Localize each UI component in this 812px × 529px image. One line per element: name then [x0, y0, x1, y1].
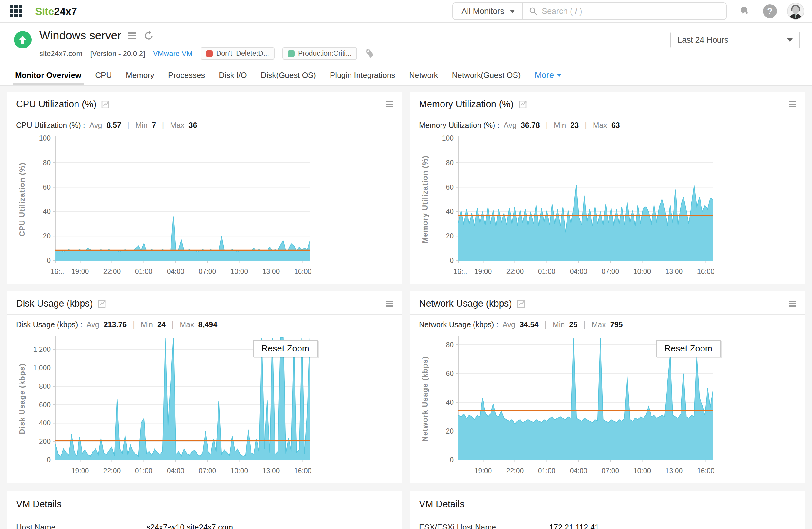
svg-text:16:00: 16:00	[697, 467, 715, 475]
cpu-chart[interactable]: 02040608010016:..19:0022:0001:0004:0007:…	[12, 133, 321, 279]
svg-text:CPU Utilization (%): CPU Utilization (%)	[18, 162, 26, 237]
svg-text:16:..: 16:..	[453, 267, 467, 275]
monitor-tabs: Monitor Overview CPU Memory Processes Di…	[12, 70, 800, 86]
refresh-icon[interactable]	[143, 30, 155, 42]
vm-detail-label: Host Name	[16, 523, 146, 529]
chevron-down-icon	[787, 39, 793, 42]
vmware-vm-link[interactable]: VMware VM	[153, 49, 193, 58]
svg-text:07:00: 07:00	[602, 267, 619, 275]
svg-text:0: 0	[450, 256, 453, 265]
expand-chart-icon[interactable]	[518, 100, 527, 109]
svg-text:Disk Usage (kbps): Disk Usage (kbps)	[18, 363, 26, 434]
monitor-version: [Version - 20.0.2]	[90, 49, 145, 58]
panel-vm-details-left: VM Details Host Name s24x7-w10.site24x7.…	[7, 490, 402, 529]
svg-text:600: 600	[39, 401, 50, 409]
svg-text:100: 100	[442, 134, 453, 142]
svg-text:0: 0	[47, 456, 50, 464]
chevron-down-icon	[557, 74, 562, 77]
tab-processes[interactable]: Processes	[168, 71, 205, 86]
svg-text:40: 40	[446, 398, 453, 406]
vm-details-title: VM Details	[410, 491, 805, 516]
notifications-bell-icon[interactable]	[738, 4, 751, 18]
chevron-down-icon	[510, 10, 515, 13]
time-range-dropdown[interactable]: Last 24 Hours	[670, 31, 800, 48]
tab-network[interactable]: Network	[409, 71, 438, 86]
svg-text:10:00: 10:00	[634, 267, 651, 275]
svg-text:Network Usage (kbps): Network Usage (kbps)	[421, 356, 429, 441]
tags-icon[interactable]	[365, 48, 375, 59]
top-bar: Site24x7 All Monitors ?	[0, 0, 812, 23]
chart-stats: Disk Usage (kbps) : Avg213.76 | Min24 | …	[7, 315, 402, 331]
svg-text:22:00: 22:00	[506, 267, 524, 275]
svg-text:07:00: 07:00	[199, 267, 216, 275]
tab-cpu[interactable]: CPU	[95, 71, 112, 86]
panel-title: CPU Utilization (%)	[16, 99, 110, 110]
svg-text:07:00: 07:00	[602, 467, 619, 475]
svg-text:19:00: 19:00	[475, 267, 492, 275]
svg-text:80: 80	[43, 159, 50, 167]
disk-chart[interactable]: 02004006008001,0001,20019:0022:0001:0004…	[12, 333, 321, 479]
user-avatar[interactable]	[787, 3, 804, 20]
svg-text:Memory Utilization (%): Memory Utilization (%)	[421, 156, 429, 243]
vm-detail-label: ESX/ESXi Host Name	[419, 523, 549, 529]
monitor-title-section: Windows server site24x7.com [Version - 2…	[0, 23, 812, 86]
svg-text:80: 80	[446, 341, 453, 349]
svg-text:19:00: 19:00	[72, 267, 89, 275]
tab-monitor-overview[interactable]: Monitor Overview	[15, 71, 81, 86]
chart-stats: Network Usage (kbps) : Avg34.54 | Min25 …	[410, 315, 805, 331]
svg-text:13:00: 13:00	[665, 467, 683, 475]
svg-text:0: 0	[47, 256, 50, 265]
chart-menu-icon[interactable]	[789, 299, 796, 308]
monitor-scope-dropdown[interactable]: All Monitors	[453, 7, 522, 16]
search-input[interactable]	[542, 7, 720, 16]
reset-zoom-button[interactable]: Reset Zoom	[253, 340, 318, 357]
svg-text:60: 60	[446, 370, 453, 378]
svg-text:40: 40	[446, 207, 453, 216]
tab-disk-io[interactable]: Disk I/O	[219, 71, 247, 86]
tab-plugin-integrations[interactable]: Plugin Integrations	[330, 71, 395, 86]
panel-vm-details-right: VM Details ESX/ESXi Host Name 172.21.112…	[410, 490, 805, 529]
expand-chart-icon[interactable]	[98, 299, 107, 308]
svg-text:22:00: 22:00	[506, 467, 524, 475]
svg-text:04:00: 04:00	[570, 267, 588, 275]
app-launcher-icon[interactable]	[10, 4, 23, 18]
panel-disk-usage: Disk Usage (kbps) Disk Usage (kbps) : Av…	[7, 291, 402, 483]
network-chart[interactable]: 02040608019:0022:0001:0004:0007:0010:001…	[416, 333, 724, 479]
tab-disk-guest-os[interactable]: Disk(Guest OS)	[261, 71, 316, 86]
svg-text:04:00: 04:00	[167, 467, 185, 475]
chart-menu-icon[interactable]	[789, 100, 796, 108]
tag-dont-delete[interactable]: Don't_Delete:D...	[201, 47, 275, 60]
svg-text:16:00: 16:00	[294, 467, 312, 475]
svg-text:16:00: 16:00	[294, 267, 312, 275]
svg-text:01:00: 01:00	[538, 267, 556, 275]
svg-text:13:00: 13:00	[262, 467, 280, 475]
panel-network-usage: Network Usage (kbps) Network Usage (kbps…	[410, 291, 805, 483]
chart-menu-icon[interactable]	[386, 100, 393, 108]
reset-zoom-button[interactable]: Reset Zoom	[656, 340, 721, 357]
vm-detail-value: s24x7-w10.site24x7.com	[146, 523, 233, 529]
svg-text:0: 0	[450, 456, 453, 464]
tag-production[interactable]: Production:Criti...	[282, 47, 357, 60]
panel-title: Disk Usage (kbps)	[16, 298, 107, 309]
global-search-bar: All Monitors	[452, 2, 727, 20]
tab-network-guest-os[interactable]: Network(Guest OS)	[452, 71, 521, 86]
page-title: Windows server	[39, 29, 121, 42]
chart-menu-icon[interactable]	[386, 299, 393, 308]
tab-more[interactable]: More	[535, 70, 562, 86]
svg-text:22:00: 22:00	[103, 467, 121, 475]
help-icon[interactable]: ?	[763, 4, 777, 18]
svg-text:04:00: 04:00	[167, 267, 185, 275]
expand-chart-icon[interactable]	[517, 299, 526, 308]
svg-text:19:00: 19:00	[72, 467, 89, 475]
svg-text:13:00: 13:00	[262, 267, 280, 275]
tag-label: Production:Criti...	[298, 49, 351, 58]
panel-memory-utilization: Memory Utilization (%) Memory Utilizatio…	[410, 92, 805, 284]
monitor-hamburger-icon[interactable]	[128, 31, 136, 41]
svg-text:04:00: 04:00	[570, 467, 588, 475]
tab-memory[interactable]: Memory	[126, 71, 154, 86]
memory-chart[interactable]: 02040608010016:..19:0022:0001:0004:0007:…	[416, 133, 724, 279]
site24x7-logo[interactable]: Site24x7	[35, 5, 77, 17]
vm-detail-row: Host Name s24x7-w10.site24x7.com	[7, 516, 402, 529]
expand-chart-icon[interactable]	[101, 100, 110, 109]
svg-text:16:00: 16:00	[697, 267, 715, 275]
